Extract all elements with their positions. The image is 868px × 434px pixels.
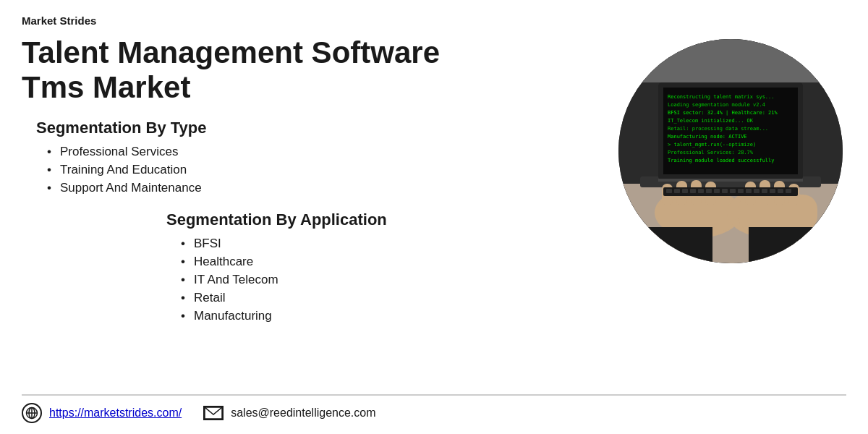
segmentation-type-heading: Segmentation By Type <box>36 119 600 137</box>
svg-rect-36 <box>730 189 736 193</box>
svg-rect-42 <box>778 189 783 193</box>
website-link[interactable]: https://marketstrides.com/ <box>49 407 182 420</box>
svg-rect-30 <box>682 189 688 193</box>
list-item: Support And Maintenance <box>47 181 600 195</box>
main-content: Talent Management Software Tms Market Se… <box>22 35 846 394</box>
svg-text:Manufacturing node: ACTIVE: Manufacturing node: ACTIVE <box>668 134 747 140</box>
svg-rect-46 <box>618 39 843 82</box>
svg-rect-29 <box>674 189 680 193</box>
list-item: Professional Services <box>47 145 600 159</box>
svg-rect-39 <box>754 189 760 193</box>
list-item: Healthcare <box>181 255 600 269</box>
svg-rect-40 <box>762 189 767 193</box>
list-item: IT And Telecom <box>181 273 600 287</box>
svg-rect-32 <box>698 189 704 193</box>
svg-rect-34 <box>714 189 720 193</box>
svg-rect-31 <box>690 189 696 193</box>
footer: https://marketstrides.com/ sales@reedint… <box>22 394 846 423</box>
segmentation-type-list: Professional Services Training And Educa… <box>47 145 600 199</box>
svg-text:Retail: processing data stream: Retail: processing data stream... <box>668 126 768 132</box>
svg-rect-35 <box>722 189 728 193</box>
svg-rect-33 <box>706 189 712 193</box>
svg-rect-43 <box>786 189 791 193</box>
footer-email: sales@reedintelligence.com <box>203 406 375 420</box>
svg-rect-38 <box>746 189 752 193</box>
svg-text:Loading segmentation module v2: Loading segmentation module v2.4 <box>668 102 765 108</box>
svg-text:IT_Telecom initialized... OK: IT_Telecom initialized... OK <box>668 118 754 124</box>
footer-website: https://marketstrides.com/ <box>22 403 182 423</box>
email-icon <box>203 406 224 420</box>
left-panel: Talent Management Software Tms Market Se… <box>22 35 600 394</box>
svg-text:Training module loaded success: Training module loaded successfully <box>668 158 775 163</box>
list-item: BFSI <box>181 237 600 251</box>
laptop-image: Reconstructing talent matrix sys... Load… <box>618 39 843 263</box>
list-item: Retail <box>181 291 600 305</box>
brand-name: Market Strides <box>22 14 846 27</box>
segmentation-app-list: BFSI Healthcare IT And Telecom Retail Ma… <box>181 237 600 327</box>
svg-rect-44 <box>618 227 712 263</box>
main-title: Talent Management Software Tms Market <box>22 35 600 106</box>
globe-icon <box>22 403 42 423</box>
list-item: Manufacturing <box>181 309 600 323</box>
email-address: sales@reedintelligence.com <box>231 407 375 420</box>
svg-rect-45 <box>749 227 843 263</box>
svg-rect-37 <box>738 189 744 193</box>
svg-rect-28 <box>666 189 672 193</box>
svg-text:Reconstructing talent matrix s: Reconstructing talent matrix sys... <box>668 94 775 100</box>
svg-text:BFSI sector: 32.4% | Healthcar: BFSI sector: 32.4% | Healthcare: 21% <box>668 110 778 116</box>
segmentation-app-heading: Segmentation By Application <box>166 210 600 229</box>
svg-text:Professional Services: 28.7%: Professional Services: 28.7% <box>668 150 754 156</box>
laptop-svg: Reconstructing talent matrix sys... Load… <box>618 39 843 263</box>
page-container: Market Strides Talent Management Softwar… <box>0 0 868 434</box>
svg-rect-41 <box>770 189 775 193</box>
svg-text:> talent_mgmt.run(--optimize): > talent_mgmt.run(--optimize) <box>668 142 756 148</box>
right-panel: Reconstructing talent matrix sys... Load… <box>615 35 846 394</box>
list-item: Training And Education <box>47 163 600 177</box>
